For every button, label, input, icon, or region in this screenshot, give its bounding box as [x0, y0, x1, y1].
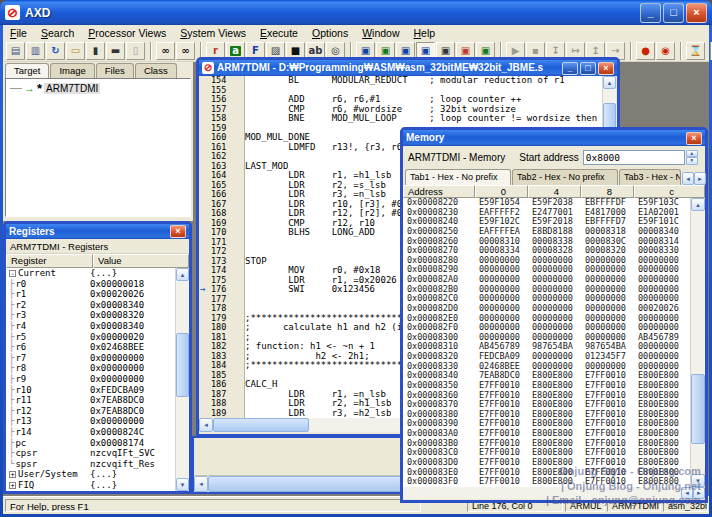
- scroll-down-icon[interactable]: ▼: [176, 478, 189, 491]
- source-window-titlebar[interactable]: ⊘ ARM7TDMI - D:₩Programming₩ASM₩asm_32bi…: [199, 60, 617, 76]
- vscroll-track[interactable]: [176, 397, 189, 478]
- memory-row[interactable]: 0x000083D0E7FF0010E800E800E7FF0010E800E8…: [403, 458, 690, 468]
- register-row[interactable]: ├r30x00008320: [6, 310, 175, 321]
- memory-row[interactable]: 0x000083C0E7FF0010E800E800E7FF0010E800E8…: [403, 448, 690, 458]
- memory-row[interactable]: 0x000083F0E7FF0010E800E800E7FF0010E800E8…: [403, 477, 690, 487]
- memory-row[interactable]: 0x0000826000008310000083380000830C000083…: [403, 237, 690, 247]
- tab-files[interactable]: Files: [96, 63, 134, 78]
- register-row[interactable]: ├r80x00000000: [6, 363, 175, 374]
- register-row[interactable]: ├r40x00008340: [6, 321, 175, 332]
- memory-row[interactable]: 0x0000833002468BEE0000000000000000000000…: [403, 362, 690, 372]
- memory-row[interactable]: 0x00008250EAFFFFEAE8BD818800008318000083…: [403, 227, 690, 237]
- spinner-down-icon[interactable]: ▼: [686, 157, 698, 165]
- memory-row[interactable]: 0x000082F0000000000000000000000000000000…: [403, 323, 690, 333]
- vscroll-thumb[interactable]: [691, 374, 705, 444]
- memory-tab-3[interactable]: Tab3 - Hex - No prefix: [619, 169, 681, 185]
- menu-options[interactable]: Options: [305, 27, 355, 39]
- register-row[interactable]: ├r00x00000018: [6, 279, 175, 290]
- memory-row[interactable]: 0x00008280000000000000000000000000000000…: [403, 256, 690, 266]
- expand-icon[interactable]: +: [9, 482, 16, 489]
- menu-search[interactable]: Search: [34, 27, 81, 39]
- vscroll-thumb[interactable]: [176, 333, 189, 397]
- open-file-button[interactable]: ▭: [66, 42, 85, 60]
- tab-scroll-left-icon[interactable]: ◄: [682, 172, 694, 185]
- memory-tab-1[interactable]: Tab1 - Hex - No prefix: [405, 169, 511, 185]
- memory-row[interactable]: 0x00008380E7FF0010E800E800E7FF0010E800E8…: [403, 410, 690, 420]
- register-row[interactable]: ├r20x00008340: [6, 300, 175, 311]
- register-row[interactable]: ├cpsrnzcvqIFt_SVC: [6, 448, 175, 459]
- source-minimize-button[interactable]: _: [562, 62, 578, 75]
- hscroll-track[interactable]: [403, 487, 681, 499]
- memory-hscrollbar[interactable]: ◄ ►: [403, 487, 705, 499]
- memory-row[interactable]: 0x00008230EAFFFFF2E2477001E4817000E1A020…: [403, 208, 690, 218]
- memory-row[interactable]: 0x00008360E7FF0010E800E800E7FF0010E800E8…: [403, 391, 690, 401]
- memory-vscrollbar[interactable]: ▲ ▼: [690, 198, 705, 487]
- memory-row[interactable]: 0x00008370E7FF0010E800E800E7FF0010E800E8…: [403, 400, 690, 410]
- scroll-right-icon[interactable]: ►: [693, 487, 705, 499]
- register-row[interactable]: ├r100xFEDCBA09: [6, 385, 175, 396]
- memory-column-header-address[interactable]: Address: [403, 185, 475, 198]
- session-properties-button[interactable]: ▥: [26, 42, 45, 60]
- column-header-register[interactable]: Register: [6, 254, 93, 268]
- hscroll-thumb[interactable]: [213, 418, 309, 432]
- close-button[interactable]: ×: [686, 3, 707, 23]
- memory-row[interactable]: 0x00008390E7FF0010E800E800E7FF0010E800E8…: [403, 419, 690, 429]
- menu-system-views[interactable]: System Views: [173, 27, 253, 39]
- memory-column-header-0[interactable]: 0: [475, 185, 528, 198]
- memory-row[interactable]: 0x000083A0E7FF0010E800E800E7FF0010E800E8…: [403, 429, 690, 439]
- register-row[interactable]: ├r110x7EAB8DC0: [6, 395, 175, 406]
- tab-target[interactable]: Target: [5, 63, 49, 78]
- tab-class[interactable]: Class: [135, 63, 177, 78]
- scroll-up-icon[interactable]: ▲: [176, 268, 189, 281]
- memory-row[interactable]: 0x000083B0E7FF0010E800E800E7FF0010E800E8…: [403, 439, 690, 449]
- scroll-up-icon[interactable]: ▲: [603, 76, 616, 89]
- register-row[interactable]: ├r130x00000000: [6, 416, 175, 427]
- restore-button[interactable]: □: [663, 3, 684, 23]
- memory-row[interactable]: 0x000083E0E7FF0010E800E800E7FF0010E800E8…: [403, 468, 690, 478]
- reload-image-button[interactable]: ▬: [106, 42, 125, 60]
- memory-row[interactable]: 0x000082D0000000000000000000000000000200…: [403, 304, 690, 314]
- minimize-button[interactable]: _: [640, 3, 661, 23]
- tab-scroll-right-icon[interactable]: ►: [694, 172, 706, 185]
- registers-close-button[interactable]: ×: [170, 225, 186, 238]
- register-row[interactable]: ├r90x00000000: [6, 374, 175, 385]
- memory-row[interactable]: 0x00008310AB456789987654BA987654BA000000…: [403, 342, 690, 352]
- hourglass-button[interactable]: ⌛: [686, 42, 705, 60]
- start-address-input[interactable]: [583, 150, 685, 165]
- register-row[interactable]: ├r140x0000824C: [6, 427, 175, 438]
- find-in-files-button[interactable]: ∞: [176, 42, 195, 60]
- open-session-button[interactable]: ▤: [6, 42, 25, 60]
- memory-column-header-4[interactable]: 4: [528, 185, 581, 198]
- memory-row[interactable]: 0x00008240E59F102CE59F2018EBFFFFD7E59F10…: [403, 217, 690, 227]
- register-row[interactable]: +FIQ{...}: [6, 480, 175, 491]
- target-tree-item[interactable]: → * ARM7TDMI: [8, 82, 188, 95]
- breakpoint-properties-button[interactable]: ◉: [656, 42, 675, 60]
- load-image-button[interactable]: ▮: [86, 42, 105, 60]
- code-gutter[interactable]: 189: [199, 409, 245, 419]
- tab-image[interactable]: Image: [50, 63, 94, 78]
- source-close-button[interactable]: ×: [598, 62, 614, 75]
- menu-execute[interactable]: Execute: [253, 27, 305, 39]
- memory-tab-2[interactable]: Tab2 - Hex - No prefix: [512, 169, 618, 185]
- scroll-left-icon[interactable]: ◄: [194, 476, 208, 492]
- find-button[interactable]: ∞: [156, 42, 175, 60]
- registers-vscrollbar[interactable]: ▲ ▼: [175, 268, 189, 491]
- register-row[interactable]: +IRQ{...}: [6, 490, 175, 491]
- memory-row[interactable]: 0x00008290000000000000000000000000000000…: [403, 265, 690, 275]
- memory-row[interactable]: 0x00008350E7FF0010E800E800E7FF0010E800E8…: [403, 381, 690, 391]
- memory-row[interactable]: 0x000082C0000000000000000000000000000000…: [403, 294, 690, 304]
- toggle-breakpoint-button[interactable]: ●: [636, 42, 655, 60]
- register-row[interactable]: ├r120x7EAB8DC0: [6, 406, 175, 417]
- menu-window[interactable]: Window: [355, 27, 406, 39]
- register-row[interactable]: ├r70x00000000: [6, 353, 175, 364]
- memory-close-button[interactable]: ×: [686, 132, 702, 145]
- menu-file[interactable]: File: [3, 27, 34, 39]
- scroll-up-icon[interactable]: ▲: [691, 198, 705, 211]
- vscroll-track[interactable]: [691, 211, 705, 374]
- memory-row[interactable]: 0x000082B0000000000000000000000000000000…: [403, 285, 690, 295]
- registers-window-titlebar[interactable]: Registers ×: [6, 224, 189, 239]
- memory-row[interactable]: 0x00008320FEDCBA0900000000012345F7000000…: [403, 352, 690, 362]
- register-row[interactable]: └spsrnzcvqift_Res: [6, 459, 175, 470]
- menu-processor-views[interactable]: Processor Views: [81, 27, 173, 39]
- spinner-up-icon[interactable]: ▲: [686, 150, 698, 158]
